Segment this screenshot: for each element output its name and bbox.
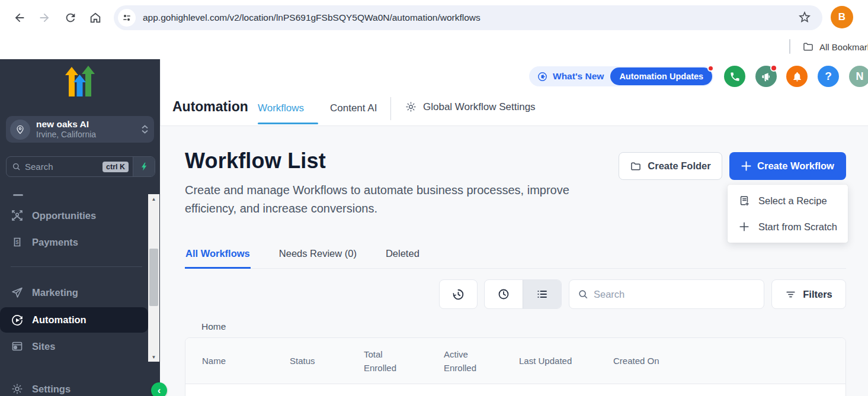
- global-settings-label: Global Workflow Settings: [423, 101, 536, 113]
- menu-item-label: Select a Recipe: [758, 195, 827, 207]
- create-workflow-button[interactable]: Create Workflow: [729, 152, 846, 180]
- sidebar-item-sites[interactable]: Sites: [0, 333, 148, 359]
- tab-content-ai[interactable]: Content AI: [330, 102, 377, 114]
- plus-icon: [741, 161, 751, 171]
- folder-icon: [630, 160, 642, 172]
- announcement-play-icon: [537, 71, 548, 82]
- column-header-last-updated[interactable]: Last Updated: [519, 354, 613, 368]
- sidebar-search-field[interactable]: ctrl K: [7, 157, 133, 176]
- sidebar-item-marketing[interactable]: Marketing: [0, 279, 148, 305]
- back-icon[interactable]: [12, 10, 27, 25]
- create-folder-button[interactable]: Create Folder: [619, 152, 722, 180]
- column-header-total-enrolled[interactable]: Total Enrolled: [364, 347, 444, 375]
- announcements-button[interactable]: [755, 66, 777, 87]
- sidebar-item-label: Payments: [32, 237, 78, 248]
- list-icon: [535, 287, 549, 301]
- create-workflow-dropdown: Select a Recipe Start from Scratch: [728, 185, 848, 243]
- sidebar-item-label: Marketing: [32, 287, 78, 298]
- sidebar-collapse-button[interactable]: ‹: [151, 382, 167, 396]
- automation-icon: [11, 314, 24, 327]
- sidebar-item-label: Automation: [32, 314, 87, 326]
- scroll-up-icon[interactable]: ▲: [148, 194, 159, 204]
- breadcrumb-home[interactable]: Home: [201, 321, 226, 332]
- menu-item-select-recipe[interactable]: Select a Recipe: [728, 188, 848, 214]
- filters-button[interactable]: Filters: [771, 279, 846, 309]
- main-area: What's New Automation Updates ? N Automa…: [160, 59, 868, 396]
- tab-all-workflows[interactable]: All Workflows: [185, 244, 251, 269]
- bookmark-star-icon[interactable]: [797, 10, 813, 25]
- chevron-up-down-icon[interactable]: [142, 125, 148, 134]
- search-icon: [578, 289, 588, 300]
- list-view-button[interactable]: [523, 280, 561, 308]
- page-title: Automation: [172, 99, 248, 115]
- sidebar-search-input[interactable]: [25, 162, 98, 172]
- column-header-status[interactable]: Status: [290, 354, 364, 368]
- notification-dot: [707, 65, 714, 72]
- gear-icon: [405, 101, 417, 113]
- settings-gear-icon: [11, 382, 24, 395]
- header-divider: [390, 97, 391, 120]
- sidebar-item-label: Sites: [32, 341, 55, 352]
- automation-updates-badge[interactable]: Automation Updates: [610, 67, 712, 85]
- url-text: app.gohighlevel.com/v2/location/lnPS691g…: [143, 12, 481, 23]
- phone-button[interactable]: [724, 66, 745, 87]
- home-icon[interactable]: [88, 10, 103, 25]
- workflow-table: Name Status Total Enrolled Active Enroll…: [185, 337, 846, 396]
- column-header-created-on[interactable]: Created On: [613, 354, 845, 368]
- execution-logs-button[interactable]: [439, 279, 478, 309]
- notifications-button[interactable]: [786, 66, 808, 87]
- location-pin-icon: [10, 120, 30, 140]
- reload-icon[interactable]: [63, 10, 78, 25]
- tab-needs-review[interactable]: Needs Review (0): [278, 244, 357, 268]
- create-workflow-label: Create Workflow: [757, 160, 834, 172]
- clock-view-button[interactable]: [485, 280, 523, 308]
- whats-new-button[interactable]: What's New Automation Updates: [529, 66, 713, 86]
- section-description: Create and manage Workflows to automate …: [185, 181, 607, 218]
- browser-toolbar: app.gohighlevel.com/v2/location/lnPS691g…: [0, 0, 868, 36]
- forward-icon[interactable]: [37, 10, 52, 25]
- workflow-list-tabs: All Workflows Needs Review (0) Deleted: [185, 244, 846, 269]
- address-bar[interactable]: app.gohighlevel.com/v2/location/lnPS691g…: [114, 5, 822, 30]
- menu-item-start-from-scratch[interactable]: Start from Scratch: [728, 214, 848, 240]
- bell-icon: [792, 71, 803, 82]
- marketing-icon: [11, 286, 24, 299]
- bookmarks-bar: All Bookmarks: [0, 36, 868, 59]
- location-name: new oaks AI: [36, 119, 142, 130]
- location-switcher[interactable]: new oaks AI Irvine, California: [6, 116, 154, 143]
- gohighlevel-logo: [64, 66, 96, 96]
- help-button[interactable]: ?: [818, 66, 839, 87]
- column-header-name[interactable]: Name: [185, 354, 290, 368]
- workflow-search[interactable]: [569, 279, 764, 309]
- location-city: Irvine, California: [36, 130, 142, 140]
- svg-text:$: $: [15, 239, 19, 245]
- browser-profile-avatar[interactable]: B: [831, 6, 853, 28]
- filter-icon: [785, 289, 796, 300]
- all-bookmarks-label[interactable]: All Bookmarks: [819, 42, 868, 52]
- sidebar-item-automation[interactable]: Automation: [0, 307, 148, 333]
- tab-workflows[interactable]: Workflows: [258, 102, 304, 114]
- quick-actions-button[interactable]: [133, 157, 155, 176]
- filters-label: Filters: [803, 289, 832, 300]
- site-settings-icon[interactable]: [118, 9, 136, 27]
- plus-icon: [738, 221, 750, 233]
- tab-deleted[interactable]: Deleted: [385, 244, 420, 268]
- sidebar-item-settings[interactable]: Settings: [0, 376, 148, 396]
- payments-icon: $: [11, 236, 24, 249]
- global-workflow-settings-button[interactable]: Global Workflow Settings: [405, 101, 536, 113]
- notification-dot: [770, 65, 777, 72]
- bookmarks-folder-icon[interactable]: [802, 41, 814, 53]
- recipe-icon: [738, 195, 750, 207]
- phone-icon: [729, 71, 741, 82]
- workflow-search-input[interactable]: [594, 289, 764, 300]
- opportunities-icon: [11, 209, 24, 222]
- sidebar-scrollbar[interactable]: ▲ ▼: [148, 194, 159, 362]
- scrollbar-thumb[interactable]: [149, 249, 158, 306]
- sidebar-item-payments[interactable]: $ Payments: [0, 229, 148, 255]
- scroll-down-icon[interactable]: ▼: [148, 352, 159, 362]
- whats-new-label: What's New: [553, 71, 604, 82]
- column-header-active-enrolled[interactable]: Active Enrolled: [444, 347, 519, 375]
- sidebar-item-opportunities[interactable]: Opportunities: [0, 202, 148, 228]
- active-tab-underline: [258, 123, 318, 124]
- table-header-row: Name Status Total Enrolled Active Enroll…: [185, 338, 845, 384]
- user-avatar[interactable]: N: [849, 66, 868, 87]
